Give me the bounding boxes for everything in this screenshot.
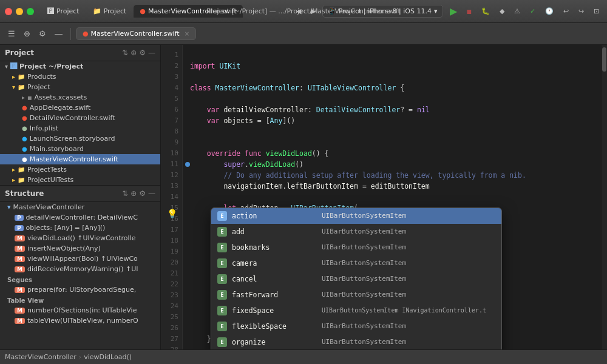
badge-m-5: M bbox=[15, 287, 25, 293]
redo-button[interactable]: ↪ bbox=[575, 6, 587, 16]
ac-badge-fixedspace: E bbox=[217, 306, 227, 315]
debug-button[interactable]: 🐛 bbox=[478, 6, 493, 16]
storyboard-icon-main: ● bbox=[22, 146, 27, 152]
checkmark-button[interactable]: ✓ bbox=[527, 6, 538, 16]
structure-item-5[interactable]: M viewWillAppear(Bool) ↑UIViewCo bbox=[0, 254, 160, 264]
code-editor[interactable]: 1 2 3 4 5 6 7 8 9 10 11 12 13 14 15 16 1… bbox=[161, 45, 607, 349]
crumb-mastervc[interactable]: MasterViewController bbox=[5, 353, 76, 361]
breadcrumb: MasterViewController › viewDidLoad() bbox=[5, 353, 132, 361]
sidebar-item-detailvc[interactable]: ● DetailViewController.swift bbox=[0, 113, 160, 123]
structure-item-3[interactable]: M viewDidLoad() ↑UIViewControlle bbox=[0, 233, 160, 243]
sidebar-item-launchscreen[interactable]: ● LaunchScreen.storyboard bbox=[0, 133, 160, 144]
breakpoint-button[interactable]: ◆ bbox=[497, 6, 507, 16]
structure-item-6[interactable]: M didReceiveMemoryWarning() ↑UI bbox=[0, 264, 160, 274]
run-button[interactable]: ▶ bbox=[447, 4, 460, 18]
structure-item-2[interactable]: P objects: [Any] = [Any]() bbox=[0, 223, 160, 233]
titlebar-tab-project-icon[interactable]: 🅿 Project bbox=[41, 5, 86, 18]
chevron-right-icon-uitests: ▸ bbox=[12, 177, 15, 183]
ac-name-fixedspace: fixedSpace bbox=[232, 305, 317, 317]
warning-button[interactable]: ⚠ bbox=[511, 6, 523, 16]
sidebar-item-uitests[interactable]: ▸ 📁 ProjectUITests bbox=[0, 175, 160, 185]
structure-item-prepare[interactable]: M prepare(for: UIStoryboardSegue, bbox=[0, 285, 160, 295]
collapse-structure-icon[interactable]: — bbox=[148, 189, 155, 198]
project-root-label: Project ~/Project bbox=[19, 62, 83, 70]
navigator-toggle[interactable]: ☰ bbox=[5, 27, 18, 40]
sidebar-item-mainstoryboard[interactable]: ● Main.storyboard bbox=[0, 144, 160, 154]
filter-structure-icon[interactable]: ⊕ bbox=[131, 189, 137, 198]
toolbar: ☰ ⊕ ⚙ — ● MasterViewController.swift × bbox=[0, 23, 607, 45]
scrollbar-thumb[interactable] bbox=[602, 47, 606, 72]
ac-item-fixedspace[interactable]: E fixedSpace UIBarButtonSystemItem INavi… bbox=[211, 303, 501, 318]
close-button[interactable] bbox=[5, 8, 12, 15]
minimize-button[interactable] bbox=[16, 8, 23, 15]
structure-item-0[interactable]: ▾ MasterViewController bbox=[0, 202, 160, 212]
structure-viewwillappear: viewWillAppear(Bool) ↑UIViewCo bbox=[27, 255, 138, 263]
structure-item-tableview-numberofrows[interactable]: M tableView(UITableView, numberO bbox=[0, 315, 160, 326]
swift-icon-detailvc: ● bbox=[22, 115, 27, 121]
ac-item-organize[interactable]: E organize UIBarButtonSystemItem bbox=[211, 334, 501, 349]
sidebar-item-tests[interactable]: ▸ 📁 ProjectTests bbox=[0, 164, 160, 175]
ac-item-fastforward[interactable]: E fastForward UIBarButtonSystemItem bbox=[211, 287, 501, 303]
settings-icon[interactable]: ⚙ bbox=[139, 49, 146, 57]
ac-type-action: UIBarButtonSystemItem bbox=[322, 210, 406, 222]
ac-item-flexiblespace[interactable]: E flexibleSpace UIBarButtonSystemItem bbox=[211, 318, 501, 334]
crumb-viewdidload[interactable]: viewDidLoad() bbox=[84, 353, 132, 361]
panel-toggle-button[interactable]: ⊡ bbox=[591, 6, 602, 16]
project-p-icon: 🅿 bbox=[47, 7, 54, 15]
tableview-label: Table View bbox=[7, 297, 44, 304]
ac-item-action[interactable]: E action UIBarButtonSystemItem bbox=[211, 208, 501, 224]
undo-button[interactable]: ↩ bbox=[560, 6, 572, 16]
appdelegate-label: AppDelegate.swift bbox=[30, 104, 91, 112]
structure-item-1[interactable]: P detailViewController: DetailViewC bbox=[0, 212, 160, 223]
autocomplete-popup: E action UIBarButtonSystemItem E add UIB… bbox=[211, 207, 502, 349]
sidebar-item-plist[interactable]: ● Info.plist bbox=[0, 123, 160, 133]
editor-file-tab[interactable]: ● MasterViewController.swift × bbox=[76, 27, 196, 40]
folder-icon: 📁 bbox=[93, 7, 101, 15]
scheme-selector[interactable]: 📱 Project | iPhone 8 | iOS 11.4 ▾ bbox=[322, 5, 443, 18]
settings-structure-icon[interactable]: ⚙ bbox=[139, 189, 146, 198]
titlebar-tab-folder[interactable]: 📁 Project bbox=[87, 5, 133, 18]
sidebar-title: Project bbox=[5, 49, 34, 57]
uitests-folder-icon: 📁 bbox=[18, 177, 25, 183]
titlebar-tab-swift[interactable]: ● MasterViewController.swift bbox=[134, 5, 243, 18]
stop-button[interactable]: ■ bbox=[464, 5, 475, 18]
swift-icon: ● bbox=[83, 30, 89, 38]
launchscreen-label: LaunchScreen.storyboard bbox=[30, 135, 115, 143]
ac-item-cancel[interactable]: E cancel UIBarButtonSystemItem bbox=[211, 271, 501, 287]
maximize-button[interactable] bbox=[27, 8, 34, 15]
structure-detailvc: detailViewController: DetailViewC bbox=[26, 214, 138, 221]
structure-memory: didReceiveMemoryWarning() ↑UI bbox=[27, 265, 138, 273]
sidebar-item-products[interactable]: ▸ 📁 Products bbox=[0, 72, 160, 82]
filter-icon[interactable]: ⊕ bbox=[131, 49, 137, 57]
chevron-down-icon: ▾ bbox=[5, 63, 8, 70]
ac-item-bookmarks[interactable]: E bookmarks UIBarButtonSystemItem bbox=[211, 240, 501, 255]
sort-structure-icon[interactable]: ⇅ bbox=[122, 189, 128, 198]
settings-button[interactable]: ⚙ bbox=[36, 27, 49, 40]
swift-icon-appdelegate: ● bbox=[22, 104, 27, 111]
structure-item-4[interactable]: M insertNewObject(Any) bbox=[0, 243, 160, 254]
sidebar-item-appdelegate[interactable]: ● AppDelegate.swift bbox=[0, 103, 160, 113]
sidebar-item-assets[interactable]: ▸ ◼ Assets.xcassets bbox=[0, 92, 160, 103]
structure-item-numberofsections[interactable]: M numberOfSections(in: UITableVie bbox=[0, 305, 160, 315]
sidebar-item-project-folder[interactable]: ▾ 📁 Project bbox=[0, 82, 160, 92]
ac-item-camera[interactable]: E camera UIBarButtonSystemItem bbox=[211, 255, 501, 271]
scrollbar-track[interactable] bbox=[601, 45, 607, 349]
ac-item-add[interactable]: E add UIBarButtonSystemItem bbox=[211, 224, 501, 240]
editor-tab-close[interactable]: × bbox=[185, 30, 189, 37]
badge-p-1: P bbox=[15, 215, 24, 221]
minimize-panel-button[interactable]: — bbox=[52, 27, 66, 40]
plist-icon: ● bbox=[22, 125, 27, 132]
sort-icon[interactable]: ⇅ bbox=[122, 49, 128, 57]
titlebar-tab-label-2: Project bbox=[104, 7, 127, 15]
collapse-icon[interactable]: — bbox=[148, 49, 155, 57]
clock-button[interactable]: 🕐 bbox=[542, 6, 557, 16]
tree-project-root[interactable]: ▾ 🅿 Project ~/Project bbox=[0, 61, 160, 72]
line-numbers: 1 2 3 4 5 6 7 8 9 10 11 12 13 14 15 16 1… bbox=[161, 45, 183, 349]
filter-toggle[interactable]: ⊕ bbox=[21, 27, 33, 40]
sidebar-item-mastervc[interactable]: ● MasterViewController.swift bbox=[0, 154, 160, 164]
tests-folder-icon: 📁 bbox=[18, 166, 25, 173]
git-forward-button[interactable]: ▶ bbox=[308, 6, 319, 16]
git-back-button[interactable]: ◀ bbox=[293, 6, 304, 16]
badge-m-4: M bbox=[15, 266, 25, 272]
ac-type-cancel: UIBarButtonSystemItem bbox=[322, 273, 406, 285]
